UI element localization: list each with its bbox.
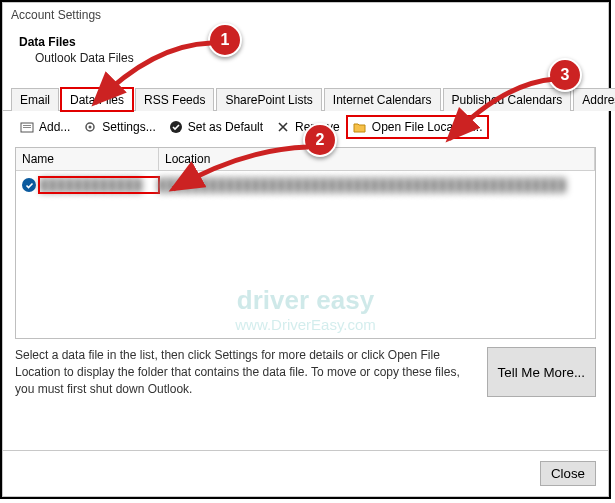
- dialog-button-bar: Close: [3, 450, 608, 496]
- svg-point-4: [89, 126, 92, 129]
- add-button[interactable]: Add...: [15, 117, 74, 137]
- col-header-location[interactable]: Location: [159, 148, 595, 170]
- data-file-list[interactable]: Name Location ████████████ █████████████…: [15, 147, 596, 339]
- close-button[interactable]: Close: [540, 461, 596, 486]
- open-file-location-button[interactable]: Open File Location...: [348, 117, 487, 137]
- tab-internet-calendars[interactable]: Internet Calendars: [324, 88, 441, 111]
- window-title-text: Account Settings: [11, 8, 101, 22]
- remove-button[interactable]: Remove: [271, 117, 344, 137]
- cell-location: ████████████████████████████████████████…: [158, 178, 589, 192]
- tab-rss-feeds[interactable]: RSS Feeds: [135, 88, 214, 111]
- col-header-name[interactable]: Name: [16, 148, 159, 170]
- settings-button[interactable]: Settings...: [78, 117, 159, 137]
- page-subheading: Outlook Data Files: [19, 51, 592, 65]
- set-default-button[interactable]: Set as Default: [164, 117, 267, 137]
- help-text: Select a data file in the list, then cli…: [15, 347, 479, 397]
- list-item[interactable]: ████████████ ███████████████████████████…: [16, 175, 595, 195]
- window-title: Account Settings: [3, 3, 608, 27]
- cell-name: ████████████: [40, 178, 158, 192]
- check-circle-icon: [168, 119, 184, 135]
- list-header: Name Location: [16, 148, 595, 171]
- remove-icon: [275, 119, 291, 135]
- tab-sharepoint-lists[interactable]: SharePoint Lists: [216, 88, 321, 111]
- tab-address-books[interactable]: Address Books: [573, 88, 615, 111]
- folder-open-icon: [352, 119, 368, 135]
- toolbar: Add... Settings... Set as Default Remove…: [3, 111, 608, 143]
- gear-icon: [82, 119, 98, 135]
- svg-rect-2: [23, 127, 31, 128]
- header: Data Files Outlook Data Files: [3, 27, 608, 75]
- page-heading: Data Files: [19, 35, 592, 49]
- svg-rect-1: [23, 125, 31, 126]
- tab-strip: Email Data Files RSS Feeds SharePoint Li…: [3, 87, 608, 111]
- add-icon: [19, 119, 35, 135]
- tab-email[interactable]: Email: [11, 88, 59, 111]
- default-badge-icon: [22, 178, 36, 192]
- tell-me-more-button[interactable]: Tell Me More...: [487, 347, 596, 397]
- tab-published-calendars[interactable]: Published Calendars: [443, 88, 572, 111]
- tab-data-files[interactable]: Data Files: [61, 88, 133, 111]
